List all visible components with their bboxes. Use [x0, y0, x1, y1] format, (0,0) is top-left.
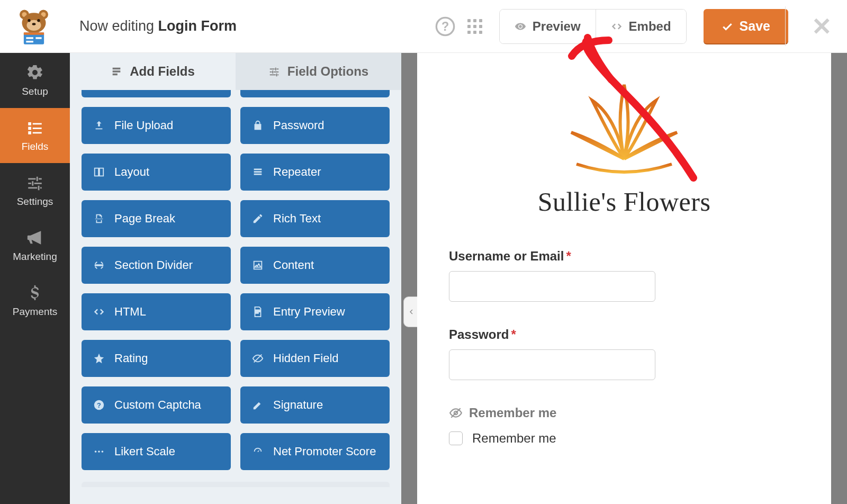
page-break-icon — [93, 213, 105, 224]
embed-button[interactable]: Embed — [596, 10, 686, 43]
question-icon: ? — [93, 399, 105, 411]
panel-tabs: Add Fields Field Options — [70, 53, 401, 90]
svg-point-20 — [102, 451, 104, 453]
tab-field-options[interactable]: Field Options — [236, 53, 401, 90]
dots-icon — [93, 446, 105, 457]
edit-icon — [252, 213, 264, 224]
code-icon — [93, 306, 105, 318]
field-label: Hidden Field — [273, 352, 339, 365]
star-icon — [93, 353, 105, 364]
document-icon — [252, 306, 264, 318]
remember-option-label: Remember me — [472, 431, 556, 446]
field-label: Rating — [114, 352, 148, 365]
password-field-group[interactable]: Password* — [449, 327, 799, 380]
save-button[interactable]: Save — [704, 9, 788, 43]
list-icon — [26, 119, 44, 137]
required-mark: * — [511, 327, 516, 341]
sidebar-item-setup[interactable]: Setup — [0, 53, 70, 108]
sidebar-label: Fields — [22, 141, 49, 152]
field-label: Password — [273, 119, 325, 132]
sidebar-item-fields[interactable]: Fields — [0, 108, 70, 163]
collapse-handle[interactable] — [403, 296, 418, 327]
apps-grid-icon[interactable] — [464, 16, 485, 37]
field-button-partial[interactable] — [82, 90, 231, 97]
field-rich-text[interactable]: Rich Text — [240, 200, 390, 237]
field-label: File Upload — [114, 119, 173, 132]
svg-point-18 — [95, 451, 97, 453]
sidebar-label: Payments — [13, 306, 57, 318]
field-rating[interactable]: Rating — [82, 340, 231, 377]
field-likert-scale[interactable]: Likert Scale — [82, 433, 231, 470]
username-label: Username or Email* — [449, 249, 799, 264]
svg-point-8 — [32, 23, 36, 25]
field-html[interactable]: HTML — [82, 293, 231, 330]
svg-point-7 — [37, 19, 40, 22]
gear-icon — [26, 64, 44, 82]
help-icon[interactable]: ? — [435, 16, 456, 37]
field-entry-preview[interactable]: Entry Preview — [240, 293, 390, 330]
preview-label: Preview — [533, 19, 581, 34]
svg-rect-12 — [26, 41, 33, 42]
username-field-group[interactable]: Username or Email* — [449, 249, 799, 302]
brand-block: Sullie's Flowers — [449, 74, 799, 217]
field-content[interactable]: Content — [240, 247, 390, 284]
megaphone-icon — [26, 229, 44, 247]
close-button[interactable]: ✕ — [812, 12, 832, 41]
upload-icon — [93, 120, 105, 131]
remember-checkbox-row[interactable]: Remember me — [449, 431, 799, 446]
page-title: Now editing Login Form — [79, 18, 237, 34]
remember-field-group[interactable]: Remember me Remember me — [449, 406, 799, 446]
svg-point-19 — [98, 451, 100, 453]
lotus-logo — [555, 74, 693, 180]
tab-add-fields[interactable]: Add Fields — [70, 53, 236, 90]
tab-label: Field Options — [287, 64, 368, 79]
field-label: HTML — [114, 305, 146, 319]
form-icon — [111, 66, 122, 77]
field-hidden[interactable]: Hidden Field — [240, 340, 390, 377]
sidebar-item-payments[interactable]: Payments — [0, 273, 70, 328]
field-label: Page Break — [114, 212, 175, 226]
sliders-icon — [26, 174, 44, 192]
image-icon — [252, 259, 264, 271]
svg-point-6 — [28, 19, 30, 22]
field-label: Likert Scale — [114, 445, 175, 458]
chevron-left-icon — [407, 308, 416, 316]
dollar-icon — [26, 284, 44, 302]
tab-label: Add Fields — [130, 64, 195, 79]
field-label: Section Divider — [114, 258, 193, 272]
field-label: Net Promoter Score — [273, 445, 376, 458]
sidebar-label: Marketing — [13, 251, 57, 263]
field-label: Repeater — [273, 165, 321, 179]
code-icon — [611, 21, 623, 32]
password-input[interactable] — [449, 349, 655, 380]
form-fields: Username or Email* Password* Remember me… — [449, 249, 799, 446]
check-icon — [722, 21, 733, 32]
field-label: Layout — [114, 165, 149, 179]
svg-rect-10 — [24, 32, 44, 35]
pen-icon — [252, 399, 264, 411]
field-file-upload[interactable]: File Upload — [82, 107, 231, 144]
sidebar-item-marketing[interactable]: Marketing — [0, 218, 70, 273]
field-section-divider[interactable]: Section Divider — [82, 247, 231, 284]
field-layout[interactable]: Layout — [82, 154, 231, 191]
sidebar-item-settings[interactable]: Settings — [0, 163, 70, 218]
field-button-partial[interactable] — [240, 90, 390, 97]
preview-button[interactable]: Preview — [500, 10, 596, 43]
username-input[interactable] — [449, 271, 655, 302]
embed-label: Embed — [629, 19, 671, 34]
field-repeater[interactable]: Repeater — [240, 154, 390, 191]
fields-panel: Add Fields Field Options File Upload — [70, 53, 401, 504]
field-page-break[interactable]: Page Break — [82, 200, 231, 237]
field-label: Entry Preview — [273, 305, 345, 319]
save-label: Save — [740, 19, 770, 34]
divider-icon — [93, 259, 105, 271]
remember-heading: Remember me — [449, 406, 799, 420]
editing-prefix: Now editing — [79, 18, 154, 34]
field-nps[interactable]: Net Promoter Score — [240, 433, 390, 470]
field-password[interactable]: Password — [240, 107, 390, 144]
field-signature[interactable]: Signature — [240, 386, 390, 424]
field-custom-captcha[interactable]: ? Custom Captcha — [82, 386, 231, 424]
remember-checkbox[interactable] — [449, 431, 463, 445]
svg-text:?: ? — [97, 401, 101, 409]
sidebar-label: Setup — [22, 86, 48, 97]
